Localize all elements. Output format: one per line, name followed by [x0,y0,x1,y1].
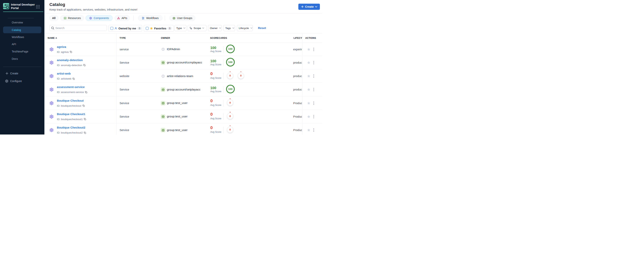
svg-text:?: ? [163,75,164,77]
svg-text:?: ? [163,48,164,50]
